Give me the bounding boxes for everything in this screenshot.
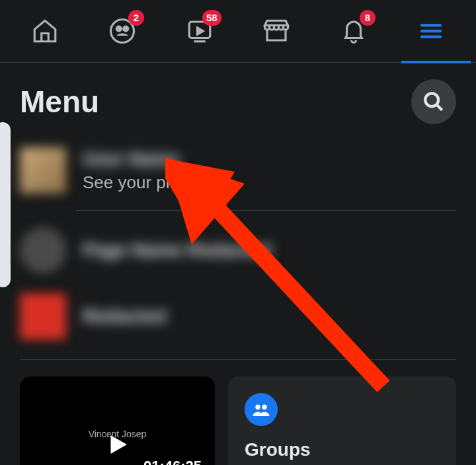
svg-point-2	[124, 26, 128, 31]
tab-marketplace[interactable]	[247, 0, 306, 63]
profile-item[interactable]: User Name See your profile	[0, 137, 476, 203]
groups-icon	[245, 393, 278, 426]
divider	[20, 359, 456, 360]
shortcuts-grid: Vincent Josep 01:46:25 zoom Groups	[0, 370, 476, 465]
svg-point-4	[425, 93, 438, 106]
profile-name: User Name	[83, 149, 203, 170]
search-icon	[422, 90, 445, 113]
avatar	[20, 293, 66, 340]
notifications-badge: 8	[360, 10, 376, 26]
tab-bar: 2 58 8	[0, 0, 476, 63]
hamburger-icon	[417, 17, 445, 45]
shortcut-label: Page Name Redacted	[83, 240, 271, 261]
shortcut-item[interactable]: Redacted	[0, 283, 476, 349]
page-title: Menu	[20, 84, 99, 120]
tab-notifications[interactable]: 8	[324, 0, 383, 63]
avatar	[20, 147, 66, 194]
marketplace-icon	[262, 17, 290, 45]
home-icon	[31, 17, 59, 45]
menu-header: Menu	[0, 63, 476, 137]
groups-shortcut-card[interactable]: Groups	[228, 376, 456, 465]
shortcut-label: Redacted	[83, 306, 166, 327]
profile-subtitle: See your profile	[83, 172, 203, 193]
tab-home[interactable]	[15, 0, 75, 63]
avatar	[20, 227, 66, 273]
watch-badge: 58	[202, 10, 221, 26]
groups-label: Groups	[245, 439, 440, 460]
shortcut-item[interactable]: Page Name Redacted	[0, 217, 476, 283]
video-time: 01:46:25 zoom	[143, 458, 202, 465]
svg-point-5	[255, 405, 260, 410]
scroll-handle[interactable]	[0, 122, 11, 287]
tab-menu[interactable]	[401, 0, 461, 63]
video-shortcut-card[interactable]: Vincent Josep 01:46:25 zoom	[20, 376, 215, 465]
video-watermark: Vincent Josep	[89, 429, 147, 439]
divider	[76, 210, 456, 211]
search-button[interactable]	[411, 79, 456, 124]
friends-badge: 2	[128, 10, 144, 26]
svg-point-1	[116, 26, 121, 31]
tab-watch[interactable]: 58	[170, 0, 229, 63]
tab-friends[interactable]: 2	[93, 0, 152, 63]
svg-point-6	[262, 405, 267, 410]
